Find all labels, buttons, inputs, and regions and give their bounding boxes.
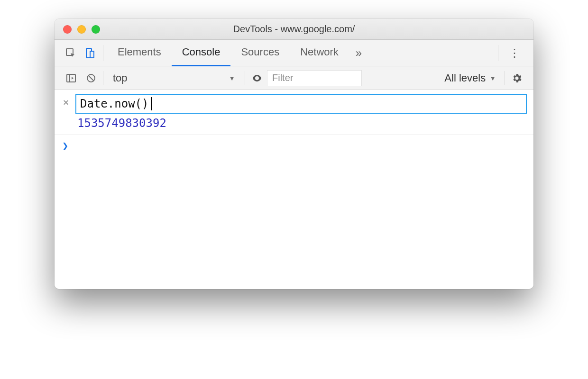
- window-close-button[interactable]: [63, 25, 72, 34]
- tab-elements[interactable]: Elements: [107, 40, 172, 66]
- dropdown-icon: ▼: [489, 74, 496, 82]
- divider: [103, 71, 103, 85]
- inspect-element-icon[interactable]: [61, 44, 80, 63]
- text-caret: [151, 97, 152, 110]
- window-traffic-lights: [55, 25, 100, 34]
- tab-label: Sources: [241, 46, 279, 58]
- console-eager-result: 1535749830392: [61, 114, 527, 130]
- tab-network[interactable]: Network: [290, 40, 349, 66]
- expression-text: Date.now(): [80, 97, 149, 110]
- live-expression-icon[interactable]: [247, 69, 267, 88]
- tab-label: Network: [300, 46, 339, 58]
- console-settings-icon[interactable]: [507, 69, 527, 88]
- dropdown-icon: ▼: [229, 74, 235, 82]
- divider: [103, 45, 103, 61]
- console-toolbar: top ▼ All levels ▼: [55, 66, 533, 90]
- tab-console[interactable]: Console: [172, 40, 231, 66]
- console-eager-input[interactable]: Date.now(): [75, 94, 527, 114]
- devtools-tabstrip: Elements Console Sources Network » ⋮: [55, 40, 533, 66]
- console-output: × Date.now() 1535749830392 ❯: [55, 90, 533, 289]
- filter-input[interactable]: [267, 70, 362, 86]
- device-toolbar-icon[interactable]: [80, 44, 99, 63]
- svg-line-7: [89, 75, 94, 81]
- window-zoom-button[interactable]: [92, 25, 100, 34]
- console-sidebar-toggle-icon[interactable]: [61, 69, 81, 88]
- clear-console-icon[interactable]: [81, 69, 101, 88]
- tab-label: Elements: [118, 46, 161, 58]
- window-title: DevTools - www.google.com/: [55, 24, 533, 35]
- svg-rect-2: [90, 51, 94, 58]
- levels-label: All levels: [444, 72, 486, 84]
- devtools-menu-icon[interactable]: ⋮: [502, 46, 527, 60]
- context-label: top: [113, 72, 128, 84]
- tabs-overflow-icon[interactable]: »: [349, 46, 368, 60]
- svg-point-8: [256, 77, 258, 79]
- devtools-window: DevTools - www.google.com/ Elements Cons…: [55, 19, 533, 289]
- tab-label: Console: [182, 46, 220, 58]
- divider: [505, 71, 505, 85]
- console-entry: × Date.now() 1535749830392: [55, 90, 533, 135]
- window-minimize-button[interactable]: [77, 25, 86, 34]
- tab-sources[interactable]: Sources: [230, 40, 290, 66]
- prompt-chevron-icon: ❯: [62, 140, 68, 152]
- console-eager-input-line: × Date.now(): [61, 94, 527, 114]
- clear-expression-icon[interactable]: ×: [61, 94, 71, 111]
- log-levels-selector[interactable]: All levels ▼: [438, 72, 503, 84]
- execution-context-selector[interactable]: top ▼: [105, 66, 243, 90]
- svg-rect-4: [67, 74, 75, 82]
- divider: [498, 45, 498, 61]
- console-prompt[interactable]: ❯: [55, 135, 533, 156]
- divider: [245, 71, 245, 85]
- window-titlebar: DevTools - www.google.com/: [55, 19, 533, 40]
